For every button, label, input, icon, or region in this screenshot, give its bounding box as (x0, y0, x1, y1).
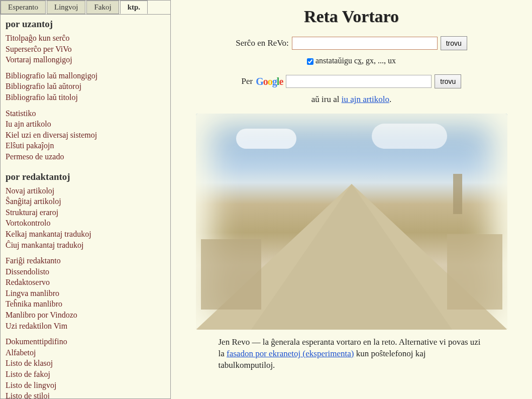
main-content: Reta Vortaro Serĉo en ReVo: trovu anstat… (171, 0, 532, 399)
sidebar-link[interactable]: Strukturaj eraroj (6, 207, 165, 218)
sidebar-link[interactable]: Manlibro por Vindozo (6, 310, 165, 321)
sidebar-link[interactable]: Listo de fakoj (6, 369, 165, 380)
sidebar-link[interactable]: Kiel uzi en diversaj sistemoj (6, 130, 165, 141)
random-article-link[interactable]: iu ajn artikolo (342, 94, 389, 104)
tab-fakoj[interactable]: Fakoj (86, 1, 119, 14)
sidebar-link[interactable]: Alfabetoj (6, 347, 165, 358)
link-group-5: Fariĝi redaktantoDissendolistoRedaktoser… (1, 255, 170, 336)
hero-image (196, 114, 507, 330)
checkbox-label-pre: anstataŭigu c (315, 56, 358, 65)
search-input-revo[interactable] (292, 37, 438, 50)
sidebar-link[interactable]: Bibliografio laŭ titoloj (6, 92, 165, 103)
sidebar-link[interactable]: Ŝanĝitaj artikoloj (6, 196, 165, 207)
sidebar-link[interactable]: Dokumenttipdifino (6, 336, 165, 347)
sidebar-link[interactable]: Ĉiuj mankantaj tradukoj (6, 240, 165, 251)
search-button-revo[interactable]: trovu (441, 36, 467, 50)
sidebar-link[interactable]: Uzi redaktilon Vim (6, 321, 165, 332)
sidebar-link[interactable]: Listo de lingvoj (6, 380, 165, 391)
tab-esperanto[interactable]: Esperanto (1, 1, 46, 14)
sidebar-link[interactable]: Dissendolisto (6, 266, 165, 277)
search-row-revo: Serĉo en ReVo: trovu (181, 36, 522, 50)
sidebar-link[interactable]: Kelkaj mankantaj tradukoj (6, 229, 165, 240)
substitute-checkbox[interactable] (307, 58, 313, 65)
sidebar-link[interactable]: Bibliografio laŭ aŭtoroj (6, 81, 165, 92)
section-editors-header: por redaktantoj (1, 167, 170, 185)
link-group-3: StatistikoIu ajn artikoloKiel uzi en div… (1, 108, 170, 167)
sidebar-link[interactable]: Redaktoservo (6, 277, 165, 288)
facade-link[interactable]: fasadon por ekranetoj (eksperimenta) (227, 349, 354, 358)
sidebar-link[interactable]: Vortokontrolo (6, 218, 165, 229)
link-group-4: Novaj artikolojŜanĝitaj artikolojStruktu… (1, 185, 170, 256)
sidebar-link[interactable]: Iu ajn artikolo (6, 119, 165, 130)
link-group-6: DokumenttipdifinoAlfabetojListo de klaso… (1, 336, 170, 399)
tab-bar: EsperantoLingvojFakojktp. (1, 1, 170, 15)
link-group-1: Titolpaĝo kun serĉoSuperserĉo per ViVoVo… (1, 33, 170, 70)
random-article-text: aŭ iru al iu ajn artikolo. (181, 94, 522, 105)
search-input-google[interactable] (286, 75, 432, 88)
google-logo: Google (256, 76, 283, 87)
sidebar-link[interactable]: Fariĝi redaktanto (6, 255, 165, 266)
page-title: Reta Vortaro (181, 0, 522, 36)
sidebar-link[interactable]: Elŝuti pakaĵojn (6, 140, 165, 151)
tab-ktp.[interactable]: ktp. (120, 1, 148, 14)
checkbox-label-post: , gx, ..., ux (362, 56, 396, 65)
sidebar-link[interactable]: Teĥnika manlibro (6, 298, 165, 310)
sidebar-link[interactable]: Statistiko (6, 108, 165, 119)
checkbox-label-underline: x (358, 56, 362, 65)
sidebar-link[interactable]: Bibliografio laŭ mallongigoj (6, 70, 165, 81)
search-label: Serĉo en ReVo: (236, 38, 288, 48)
search-button-google[interactable]: trovu (435, 74, 461, 88)
sidebar: EsperantoLingvojFakojktp. por uzantoj Ti… (0, 0, 171, 399)
sidebar-link[interactable]: Titolpaĝo kun serĉo (6, 33, 165, 44)
link-group-2: Bibliografio laŭ mallongigojBibliografio… (1, 70, 170, 108)
search-row-google: Per Google trovu (181, 74, 522, 88)
checkbox-row: anstataŭigu cx, gx, ..., ux (181, 56, 522, 65)
or-text-post: . (389, 94, 391, 104)
tab-lingvoj[interactable]: Lingvoj (47, 1, 86, 14)
sidebar-link[interactable]: Lingva manlibro (6, 288, 165, 299)
or-text-pre: aŭ iru al (311, 94, 342, 104)
sidebar-link[interactable]: Superserĉo per ViVo (6, 44, 165, 55)
sidebar-link[interactable]: Listo de klasoj (6, 358, 165, 369)
sidebar-link[interactable]: Permeso de uzado (6, 151, 165, 162)
sidebar-link[interactable]: Novaj artikoloj (6, 185, 165, 196)
sidebar-link[interactable]: Listo de stiloj (6, 390, 165, 399)
section-users-header: por uzantoj (1, 15, 170, 33)
description-text: Jen Revo — la ĝenerala esperanta vortaro… (208, 337, 495, 371)
per-label: Per (242, 76, 253, 86)
sidebar-link[interactable]: Vortaraj mallongigoj (6, 54, 165, 65)
